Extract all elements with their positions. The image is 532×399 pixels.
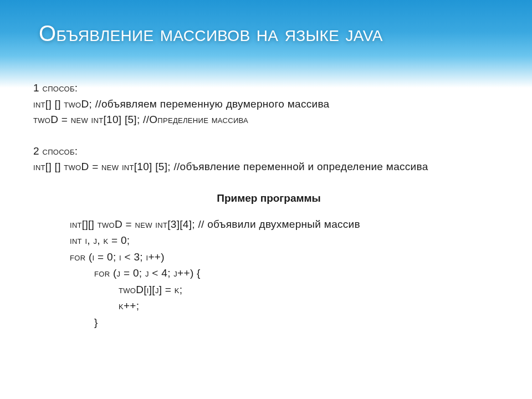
code-text: int[][] twoD = new int[3][4]; bbox=[70, 218, 198, 230]
slide-body: 1 способ: int[] [] twoD; //объявляем пер… bbox=[33, 80, 504, 330]
slide-container: Объявление массивов на языке Java 1 спос… bbox=[0, 0, 532, 399]
code-line: int[][] twoD = new int[3][4]; // объявил… bbox=[70, 216, 504, 232]
comment-text: //Определение массива bbox=[143, 114, 248, 125]
code-line: for (i = 0; i < 3; i++) bbox=[70, 249, 504, 265]
comment-text: //объявление переменной и определение ма… bbox=[173, 161, 428, 172]
code-example: int[][] twoD = new int[3][4]; // объявил… bbox=[70, 216, 504, 330]
code-line: for (j = 0; j < 4; j++) { bbox=[94, 265, 504, 281]
method-1-line-1: int[] [] twoD; //объявляем переменную дв… bbox=[33, 96, 504, 112]
method-1-line-2: twoD = new int[10] [5]; //Определение ма… bbox=[33, 112, 504, 128]
example-title: Пример программы bbox=[33, 191, 504, 207]
code-text: twoD = new int[10] [5]; bbox=[33, 114, 143, 125]
method-1-heading: 1 способ: bbox=[33, 80, 504, 96]
method-2-heading: 2 способ: bbox=[33, 144, 504, 160]
method-1-block: 1 способ: int[] [] twoD; //объявляем пер… bbox=[33, 80, 504, 128]
code-line: int i, j, k = 0; bbox=[70, 232, 504, 248]
method-2-block: 2 способ: int[] [] twoD = new int[10] [5… bbox=[33, 144, 504, 175]
code-text: int[] [] twoD = new int[10] [5]; bbox=[33, 161, 173, 172]
comment-text: // объявили двухмерный массив bbox=[198, 218, 360, 230]
slide-title: Объявление массивов на языке Java bbox=[39, 21, 510, 46]
code-line: } bbox=[94, 314, 504, 330]
code-line: k++; bbox=[119, 298, 504, 314]
code-line: twoD[i][j] = k; bbox=[119, 282, 504, 298]
comment-text: //объявляем переменную двумерного массив… bbox=[95, 98, 330, 110]
method-2-line-1: int[] [] twoD = new int[10] [5]; //объяв… bbox=[33, 159, 504, 175]
code-text: int[] [] twoD; bbox=[33, 98, 95, 110]
